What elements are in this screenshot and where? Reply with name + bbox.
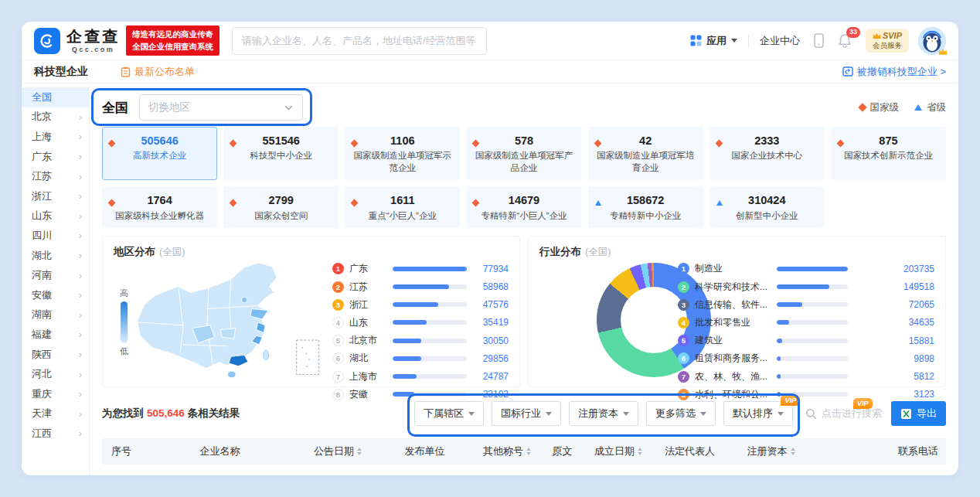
qcc-logo-icon[interactable] — [34, 28, 60, 54]
rank-badge: 7 — [332, 371, 344, 383]
rank-bar-fill — [393, 374, 417, 379]
sidebar-item-5[interactable]: 浙江› — [22, 186, 89, 206]
mobile-app-button[interactable] — [814, 33, 824, 48]
stat-card-1[interactable]: 551546科技型中小企业 — [223, 127, 339, 180]
sidebar-item-17[interactable]: 江西› — [22, 424, 89, 444]
stat-card-2[interactable]: 1106国家级制造业单项冠军示范企业 — [345, 127, 460, 180]
sidebar-item-4[interactable]: 江苏› — [22, 166, 89, 186]
stat-card-4[interactable]: 42国家级制造业单项冠军培育企业 — [588, 127, 703, 180]
sidebar-item-2[interactable]: 上海› — [22, 127, 89, 147]
sidebar-item-0[interactable]: 全国 — [22, 87, 89, 107]
region-dropdown[interactable]: 切换地区 — [139, 94, 303, 121]
rank-bar — [393, 267, 467, 271]
filter-bar: 下属辖区国标行业注册资本更多筛选默认排序VIP — [414, 401, 793, 426]
table-header: 序号企业名称公告日期发布单位其他称号原文成立日期法定代表人注册资本联系电话 — [102, 438, 946, 465]
rank-row-3: 3信息传输、软件...72065 — [678, 296, 934, 314]
export-button[interactable]: 导出 — [891, 401, 946, 426]
stat-value: 875 — [836, 134, 941, 148]
rank-bar-fill — [777, 339, 782, 343]
column-header-2[interactable]: 公告日期 — [299, 444, 376, 458]
stat-card-5[interactable]: 2333国家企业技术中心 — [709, 127, 825, 180]
sidebar-item-label: 浙江 — [32, 189, 52, 203]
sidebar-item-9[interactable]: 河南› — [22, 265, 89, 285]
latest-list-link[interactable]: 最新公布名单 — [121, 65, 195, 79]
stat-value: 1611 — [350, 194, 454, 207]
stat-card-9[interactable]: 1611重点“小巨人”企业 — [345, 186, 460, 228]
enterprise-center-link[interactable]: 企业中心 — [760, 34, 800, 48]
stat-card-10[interactable]: 14679专精特新“小巨人”企业 — [466, 186, 581, 228]
revoked-link[interactable]: 被撤销科技型企业 > — [842, 65, 946, 79]
stat-card-3[interactable]: 578国家级制造业单项冠军产品企业 — [466, 127, 581, 180]
sidebar-item-3[interactable]: 广东› — [22, 147, 89, 167]
rank-bar — [777, 284, 848, 289]
sidebar-item-6[interactable]: 山东› — [22, 206, 89, 226]
sidebar-item-12[interactable]: 福建› — [22, 325, 89, 345]
crown-icon — [873, 32, 881, 39]
table-row — [102, 465, 946, 475]
chevron-right-icon: › — [79, 131, 82, 142]
rank-row-6: 6租赁和商务服务...9898 — [678, 349, 934, 367]
filter-button-2[interactable]: 注册资本 — [569, 401, 638, 426]
filter-button-3[interactable]: 更多筛选 — [646, 401, 716, 426]
rank-label: 安徽 — [349, 388, 391, 401]
column-header-label: 发布单位 — [405, 444, 445, 458]
sidebar-item-1[interactable]: 北京› — [22, 107, 89, 128]
vip-search[interactable]: 点击进行搜索 VIP — [805, 407, 882, 420]
clipboard-icon — [121, 66, 131, 77]
svip-badge[interactable]: SVIP 会员服务 — [866, 29, 909, 52]
sidebar-item-8[interactable]: 湖北› — [22, 246, 89, 266]
sidebar-item-16[interactable]: 天津› — [22, 404, 89, 424]
stat-card-6[interactable]: 875国家技术创新示范企业 — [831, 127, 946, 180]
rank-bar-fill — [393, 284, 449, 289]
brand-text[interactable]: 企查查 Qcc.com — [66, 29, 120, 53]
column-header-4[interactable]: 其他称号 — [473, 444, 541, 458]
sidebar-item-label: 河北 — [32, 367, 52, 381]
rank-label: 江苏 — [349, 281, 391, 294]
slogan-line-2: 全国企业信用查询系统 — [132, 41, 213, 53]
map-legend-low: 低 — [120, 346, 128, 357]
rank-row-5: 5建筑业15881 — [678, 332, 934, 349]
sidebar-item-label: 陕西 — [32, 348, 52, 362]
stat-card-11[interactable]: 158672专精特新中小企业 — [588, 186, 703, 228]
chevron-right-icon: › — [79, 210, 82, 222]
rank-badge: 1 — [678, 263, 689, 274]
rank-value: 47576 — [473, 299, 509, 310]
sidebar-item-15[interactable]: 重庆› — [22, 384, 89, 404]
user-avatar[interactable] — [918, 27, 946, 55]
filter-button-0[interactable]: 下属辖区 — [414, 401, 484, 426]
sidebar-item-13[interactable]: 陕西› — [22, 345, 89, 365]
stat-card-12[interactable]: 310424创新型中小企业 — [709, 186, 825, 228]
filter-button-4[interactable]: 默认排序VIP — [723, 401, 793, 426]
chevron-right-icon: › — [79, 388, 82, 400]
sidebar-item-label: 山东 — [32, 209, 52, 223]
stat-label: 专精特新“小巨人”企业 — [471, 210, 576, 223]
stat-value: 310424 — [715, 194, 819, 207]
phone-icon — [814, 33, 824, 48]
filter-button-1[interactable]: 国标行业 — [492, 401, 561, 426]
column-header-6[interactable]: 成立日期 — [584, 444, 653, 458]
stat-card-8[interactable]: 2799国家众创空间 — [223, 186, 339, 228]
rank-badge: 4 — [332, 317, 344, 328]
sidebar-item-7[interactable]: 四川› — [22, 226, 89, 246]
stat-card-7[interactable]: 1764国家级科技企业孵化器 — [102, 186, 217, 228]
rank-value: 30050 — [473, 335, 509, 346]
sidebar-item-14[interactable]: 河北› — [22, 364, 89, 384]
stat-label: 国家级制造业单项冠军产品企业 — [471, 150, 576, 174]
column-header-1: 企业名称 — [141, 444, 299, 458]
column-header-label: 成立日期 — [594, 444, 635, 458]
sidebar-item-11[interactable]: 湖南› — [22, 305, 89, 325]
rank-badge: 2 — [332, 281, 344, 293]
rank-bar-fill — [777, 356, 781, 361]
stat-value: 551546 — [229, 134, 333, 148]
sidebar-item-10[interactable]: 安徽› — [22, 285, 89, 305]
main-search-input[interactable] — [232, 27, 487, 55]
apps-button[interactable]: 应用 — [690, 34, 737, 48]
stat-card-0[interactable]: 505646高新技术企业 — [102, 127, 217, 180]
notifications-button[interactable]: 33 — [838, 33, 852, 48]
national-diamond-icon — [858, 103, 866, 111]
rank-bar — [393, 392, 467, 397]
column-header-8[interactable]: 注册资本 — [726, 444, 815, 458]
charts-row: 地区分布(全国) — [102, 236, 946, 387]
rank-bar — [777, 320, 848, 325]
stat-label: 高新技术企业 — [107, 150, 212, 162]
